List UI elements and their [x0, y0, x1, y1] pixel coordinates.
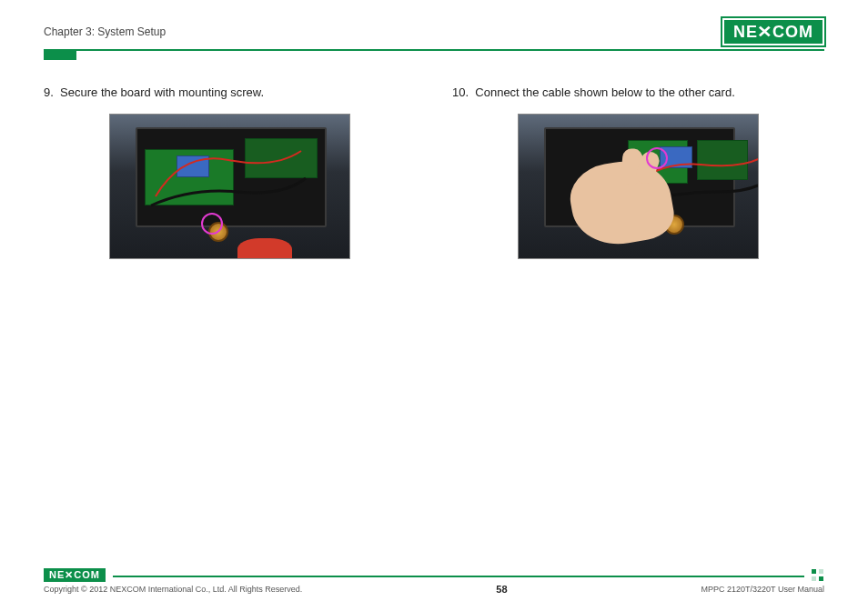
footer-ornament-icon — [812, 569, 824, 582]
step-10: 10. Connect the cable shown below to the… — [452, 85, 824, 259]
step-10-image — [518, 114, 759, 259]
content-columns: 9. Secure the board with mounting screw. — [44, 85, 824, 259]
annotation-circle-icon — [201, 213, 223, 235]
page-footer: NE✕COM Copyright © 2012 NEXCOM Internati… — [44, 568, 824, 595]
footer-brand-logo: NE✕COM — [44, 568, 106, 582]
step-9-number: 9. — [44, 85, 54, 99]
manual-title: MPPC 2120T/3220T User Manual — [701, 585, 824, 594]
step-9-text: 9. Secure the board with mounting screw. — [44, 85, 416, 99]
page-header: Chapter 3: System Setup NE✕COM — [44, 18, 824, 45]
brand-logo: NE✕COM — [722, 18, 824, 45]
header-rule — [44, 49, 824, 51]
page-number: 58 — [496, 584, 507, 595]
brand-logo-text: NE✕COM — [722, 18, 824, 45]
step-10-desc: Connect the cable shown below to the oth… — [475, 85, 734, 99]
step-9-image — [109, 114, 350, 259]
step-9: 9. Secure the board with mounting screw. — [44, 85, 416, 259]
annotation-circle-icon — [646, 147, 668, 169]
step-10-text: 10. Connect the cable shown below to the… — [452, 85, 824, 99]
step-10-number: 10. — [452, 85, 469, 99]
copyright-text: Copyright © 2012 NEXCOM International Co… — [44, 585, 302, 594]
chapter-title: Chapter 3: System Setup — [44, 25, 166, 38]
step-9-desc: Secure the board with mounting screw. — [60, 85, 264, 99]
